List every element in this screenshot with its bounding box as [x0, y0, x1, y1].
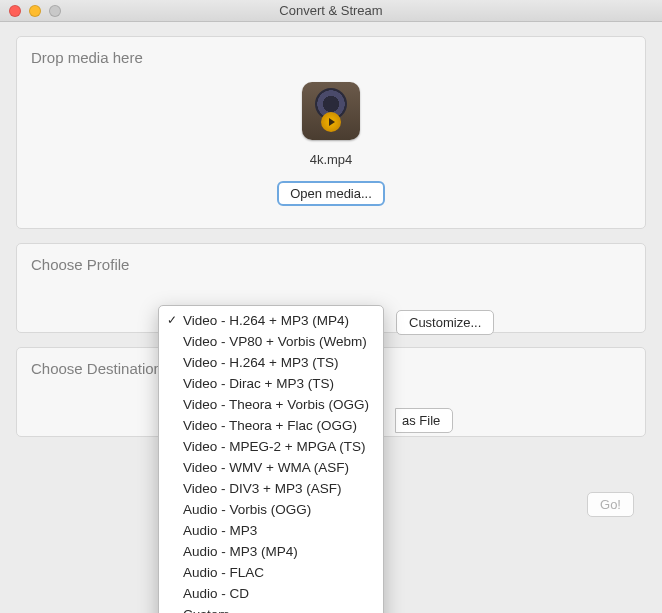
profile-option[interactable]: Audio - MP3 (MP4)	[159, 541, 383, 562]
titlebar: Convert & Stream	[0, 0, 662, 22]
profile-option[interactable]: Video - Theora + Vorbis (OGG)	[159, 394, 383, 415]
profile-option[interactable]: Video - MPEG-2 + MPGA (TS)	[159, 436, 383, 457]
profile-option[interactable]: Audio - Vorbis (OGG)	[159, 499, 383, 520]
profile-option[interactable]: Video - Theora + Flac (OGG)	[159, 415, 383, 436]
window: Convert & Stream Drop media here 4k.mp4 …	[0, 0, 662, 613]
profile-option[interactable]: Video - WMV + WMA (ASF)	[159, 457, 383, 478]
profile-option[interactable]: Video - H.264 + MP3 (MP4)	[159, 310, 383, 331]
profile-option[interactable]: Audio - MP3	[159, 520, 383, 541]
window-title: Convert & Stream	[0, 3, 662, 18]
profile-option[interactable]: Video - Dirac + MP3 (TS)	[159, 373, 383, 394]
destination-as-file-wrapper: as File	[395, 408, 453, 433]
maximize-window-button	[49, 5, 61, 17]
media-file-icon[interactable]	[302, 82, 360, 140]
media-filename: 4k.mp4	[31, 152, 631, 167]
profile-option[interactable]: Audio - CD	[159, 583, 383, 604]
profile-option[interactable]: Audio - FLAC	[159, 562, 383, 583]
window-controls	[9, 5, 61, 17]
close-window-button[interactable]	[9, 5, 21, 17]
profile-option[interactable]: Video - VP80 + Vorbis (Webm)	[159, 331, 383, 352]
play-icon	[321, 112, 341, 132]
drop-heading: Drop media here	[31, 49, 631, 66]
go-area: Go!	[587, 492, 634, 517]
profile-option[interactable]: Video - DIV3 + MP3 (ASF)	[159, 478, 383, 499]
minimize-window-button[interactable]	[29, 5, 41, 17]
as-file-button[interactable]: as File	[395, 408, 453, 433]
go-button[interactable]: Go!	[587, 492, 634, 517]
customize-button[interactable]: Customize...	[396, 310, 494, 335]
drop-panel[interactable]: Drop media here 4k.mp4 Open media...	[16, 36, 646, 229]
profile-option[interactable]: Video - H.264 + MP3 (TS)	[159, 352, 383, 373]
open-media-button[interactable]: Open media...	[277, 181, 385, 206]
profile-dropdown-menu[interactable]: Video - H.264 + MP3 (MP4) Video - VP80 +…	[158, 305, 384, 613]
profile-option[interactable]: Custom	[159, 604, 383, 613]
drop-area: 4k.mp4 Open media...	[31, 76, 631, 216]
profile-heading: Choose Profile	[31, 256, 631, 273]
